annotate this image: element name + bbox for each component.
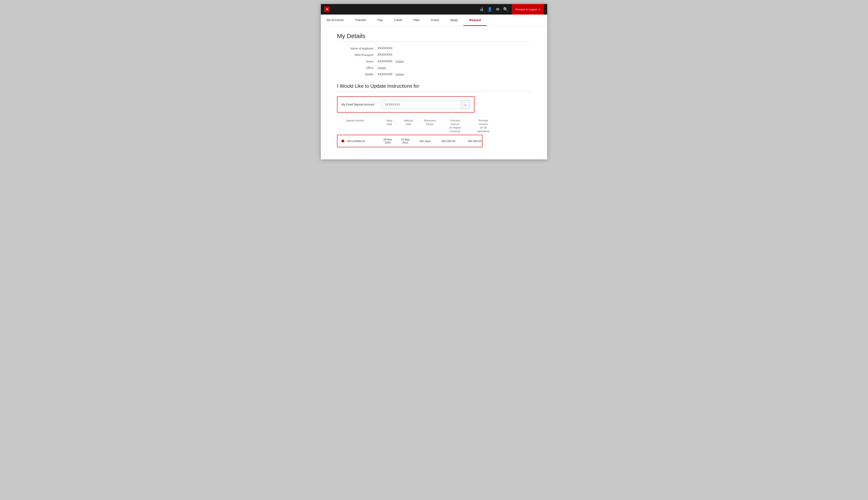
table-row[interactable]: 091120000116 09 Nov2020 10 May2021 182 d…	[337, 135, 482, 147]
close-button[interactable]: ✕	[324, 7, 330, 12]
chevron-down-icon[interactable]: ⌄	[461, 100, 470, 109]
fd-table-header: Deposit Number ValueDate MaturityDate Pl…	[337, 117, 482, 135]
cell-deposit-number: 091120000116	[347, 140, 379, 143]
office-update-link[interactable]: Update	[377, 66, 386, 69]
col-principal-original: PrincipalAmount(In originalcurrency)	[441, 119, 469, 133]
mobile-value: XXXXXXXX	[377, 72, 392, 76]
top-bar-icons: 🖨 👤 ✉ 🔍 Proceed to Logout ⇒	[480, 4, 544, 14]
cell-placement-period: 182 days	[415, 140, 435, 143]
home-label: Home	[337, 59, 377, 63]
mobile-update-link[interactable]: Update	[396, 73, 404, 76]
fd-table: Deposit Number ValueDate MaturityDate Pl…	[337, 117, 482, 147]
nav-bar: My Accounts Transfer Pay Cards Plan Inve…	[321, 14, 547, 26]
nav-cards[interactable]: Cards	[388, 14, 408, 26]
home-value: XXXXXXXX	[377, 60, 392, 63]
cell-principal-original: S$1,000.00	[435, 140, 461, 143]
nric-label: NRIC/Passport	[337, 53, 377, 57]
name-label: Name of Applicant	[337, 46, 377, 50]
cell-value-date: 09 Nov2020	[379, 138, 396, 144]
nav-plan[interactable]: Plan	[408, 14, 425, 26]
user-icon[interactable]: 👤	[487, 7, 492, 12]
nav-apply[interactable]: Apply	[445, 14, 464, 26]
print-icon[interactable]: 🖨	[480, 7, 484, 12]
fd-dropdown-wrapper: ⌄	[382, 100, 470, 109]
col-principal-sgd: PrincipalAmount(In S$equivalent)	[469, 119, 498, 133]
nav-invest[interactable]: Invest	[425, 14, 445, 26]
logout-button[interactable]: Proceed to Logout ⇒	[512, 4, 544, 14]
fd-dropdown-input[interactable]	[382, 101, 461, 108]
browser-window: ✕ 🖨 👤 ✉ 🔍 Proceed to Logout ⇒ My Account…	[321, 4, 547, 159]
row-radio[interactable]	[341, 140, 344, 143]
col-placement-period: PlacementPeriod	[419, 119, 441, 133]
fd-row-data: 091120000116 09 Nov2020 10 May2021 182 d…	[347, 138, 488, 144]
nric-value: XXXXXXXX	[377, 53, 458, 57]
office-row: Update	[377, 66, 458, 69]
mail-icon[interactable]: ✉	[496, 7, 500, 12]
col-deposit-number: Deposit Number	[346, 119, 380, 133]
nav-request[interactable]: Request	[464, 14, 487, 26]
col-maturity-date: MaturityDate	[398, 119, 419, 133]
mobile-row: XXXXXXXX Update	[377, 72, 458, 76]
logout-arrow-icon: ⇒	[538, 8, 540, 11]
nav-pay[interactable]: Pay	[372, 14, 388, 26]
col-value-date: ValueDate	[380, 119, 398, 133]
mobile-label: Mobile	[337, 72, 377, 76]
details-grid: Name of Applicant XXXXXXXX NRIC/Passport…	[337, 46, 458, 76]
nav-transfer[interactable]: Transfer	[349, 14, 372, 26]
cell-principal-sgd: S$1,000.00	[461, 140, 488, 143]
name-value: XXXXXXXX	[377, 46, 458, 50]
page-title: My Details	[337, 33, 531, 39]
content-area: My Details Name of Applicant XXXXXXXX NR…	[321, 26, 547, 159]
fd-selector-label: My Fixed Deposit Account	[341, 103, 378, 106]
nav-my-accounts[interactable]: My Accounts	[321, 14, 349, 26]
radio-dot	[341, 140, 344, 143]
fd-selector-box: My Fixed Deposit Account ⌄	[337, 96, 475, 113]
home-row: XXXXXXXX Update	[377, 59, 458, 63]
top-bar: ✕ 🖨 👤 ✉ 🔍 Proceed to Logout ⇒	[321, 4, 547, 14]
search-icon[interactable]: 🔍	[503, 7, 508, 12]
cell-maturity-date: 10 May2021	[396, 138, 415, 144]
section-heading: I Would Like to Update Instructions for	[337, 83, 531, 89]
home-update-link[interactable]: Update	[396, 60, 404, 63]
office-label: Office	[337, 66, 377, 69]
